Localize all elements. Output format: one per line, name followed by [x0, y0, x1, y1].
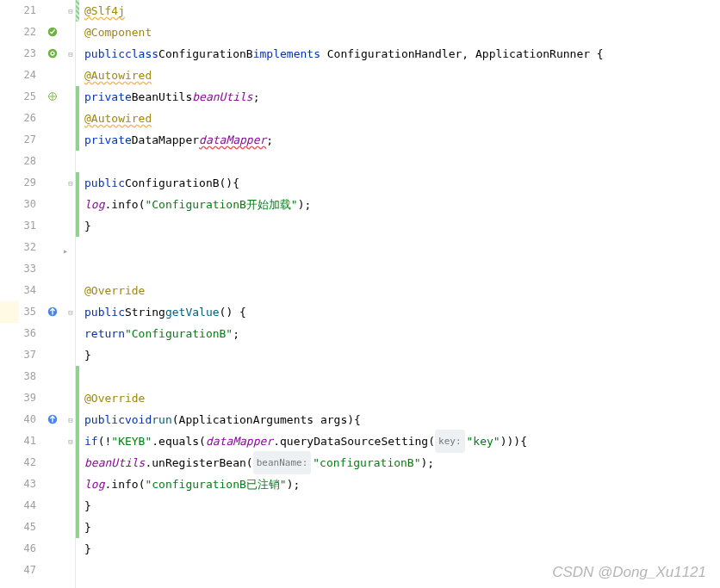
- code-line[interactable]: [81, 258, 720, 280]
- fold-collapse-icon[interactable]: ⊟: [66, 437, 75, 446]
- code-line[interactable]: }: [81, 538, 720, 560]
- code-line[interactable]: if(!"KEYB".equals(dataMapper.queryDataSo…: [81, 430, 720, 452]
- code-line[interactable]: private DataMapper dataMapper;: [81, 129, 720, 151]
- line-number[interactable]: 34: [19, 280, 41, 301]
- code-line[interactable]: public String getValue() {: [81, 301, 720, 323]
- code-content[interactable]: @Slf4j @Component public class Configura…: [81, 0, 720, 588]
- spring-component-icon[interactable]: [47, 26, 60, 40]
- fold-collapse-icon[interactable]: ⊟: [66, 416, 75, 424]
- annotation: @Override: [84, 387, 145, 409]
- line-number[interactable]: 29: [19, 172, 41, 194]
- code-line[interactable]: }: [81, 517, 720, 538]
- code-line[interactable]: public class ConfigurationB implements C…: [81, 43, 720, 65]
- line-number[interactable]: 45: [19, 517, 41, 538]
- override-up-icon[interactable]: [47, 413, 60, 427]
- annotation: @Component: [84, 22, 152, 43]
- param-hint: beanName:: [253, 451, 312, 474]
- code-line[interactable]: log.info("configurationB已注销");: [81, 473, 720, 495]
- override-up-icon[interactable]: [47, 306, 60, 319]
- line-number[interactable]: 23: [19, 43, 41, 65]
- line-number[interactable]: 27: [19, 129, 41, 151]
- line-number[interactable]: 46: [19, 538, 41, 560]
- line-number[interactable]: 31: [19, 215, 41, 237]
- code-editor: 21 22 23 24 25 26 27 28 29 30 31 32 33 3…: [0, 0, 720, 588]
- annotation: @Autowired: [84, 108, 152, 129]
- fold-collapse-icon[interactable]: ⊟: [66, 179, 75, 188]
- code-line[interactable]: public ConfigurationB(){: [81, 172, 720, 194]
- left-margin: [0, 0, 19, 588]
- code-line[interactable]: public void run(ApplicationArguments arg…: [81, 409, 720, 430]
- code-line[interactable]: [81, 237, 720, 258]
- code-line[interactable]: @Component: [81, 22, 720, 43]
- code-line[interactable]: @Override: [81, 280, 720, 301]
- line-number[interactable]: 21: [19, 0, 41, 22]
- fold-collapse-icon[interactable]: ⊟: [66, 308, 75, 317]
- fold-gutter: ⊟ ⊟ ⊟ ▸ ⊟ ⊟ ⊟: [65, 0, 76, 588]
- code-line[interactable]: }: [81, 495, 720, 517]
- caret-line-marker: [0, 301, 19, 323]
- vcs-modified-marker[interactable]: [76, 0, 79, 22]
- line-number[interactable]: 28: [19, 151, 41, 172]
- line-number[interactable]: 39: [19, 387, 41, 409]
- param-hint: key:: [435, 430, 465, 453]
- fold-collapse-icon[interactable]: ⊟: [66, 7, 75, 15]
- code-line[interactable]: @Autowired: [81, 108, 720, 129]
- code-line[interactable]: private BeanUtils beanUtils;: [81, 86, 720, 108]
- code-line[interactable]: @Override: [81, 387, 720, 409]
- line-number[interactable]: 43: [19, 473, 41, 495]
- spring-bean-icon[interactable]: [47, 47, 60, 61]
- gutter-icons-column: [43, 0, 65, 588]
- fold-collapse-icon[interactable]: ⊟: [66, 50, 75, 59]
- line-number[interactable]: 35: [19, 301, 41, 323]
- line-number[interactable]: 40: [19, 409, 41, 430]
- autowired-bean-icon[interactable]: [47, 90, 60, 104]
- fold-expand-arrow-icon[interactable]: ▸: [63, 246, 68, 256]
- vcs-added-marker[interactable]: [76, 366, 79, 538]
- code-line[interactable]: [81, 366, 720, 387]
- code-line[interactable]: }: [81, 344, 720, 366]
- line-number-gutter: 21 22 23 24 25 26 27 28 29 30 31 32 33 3…: [19, 0, 43, 588]
- vcs-added-marker[interactable]: [76, 172, 79, 237]
- line-number[interactable]: 30: [19, 194, 41, 215]
- line-number[interactable]: 38: [19, 366, 41, 387]
- annotation: @Override: [84, 280, 145, 301]
- code-line[interactable]: [81, 151, 720, 172]
- annotation: @Slf4j: [84, 0, 125, 22]
- line-number[interactable]: 25: [19, 86, 41, 108]
- code-line[interactable]: beanUtils.unRegisterBean( beanName: "con…: [81, 452, 720, 473]
- line-number[interactable]: 24: [19, 65, 41, 86]
- annotation: @Autowired: [84, 65, 152, 86]
- line-number[interactable]: 32: [19, 237, 41, 258]
- line-number[interactable]: 26: [19, 108, 41, 129]
- line-number[interactable]: 47: [19, 560, 41, 581]
- code-line[interactable]: @Slf4j: [81, 0, 720, 22]
- code-line[interactable]: log.info("ConfigurationB开始加载");: [81, 194, 720, 215]
- code-line[interactable]: return "ConfigurationB";: [81, 323, 720, 344]
- svg-point-3: [52, 53, 54, 55]
- line-number[interactable]: 41: [19, 430, 41, 452]
- code-line[interactable]: [81, 560, 720, 581]
- line-number[interactable]: 44: [19, 495, 41, 517]
- line-number[interactable]: 42: [19, 452, 41, 473]
- vcs-added-marker[interactable]: [76, 86, 79, 151]
- line-number[interactable]: 22: [19, 22, 41, 43]
- code-line[interactable]: @Autowired: [81, 65, 720, 86]
- line-number[interactable]: 36: [19, 323, 41, 344]
- code-line[interactable]: }: [81, 215, 720, 237]
- line-number[interactable]: 33: [19, 258, 41, 280]
- line-number[interactable]: 37: [19, 344, 41, 366]
